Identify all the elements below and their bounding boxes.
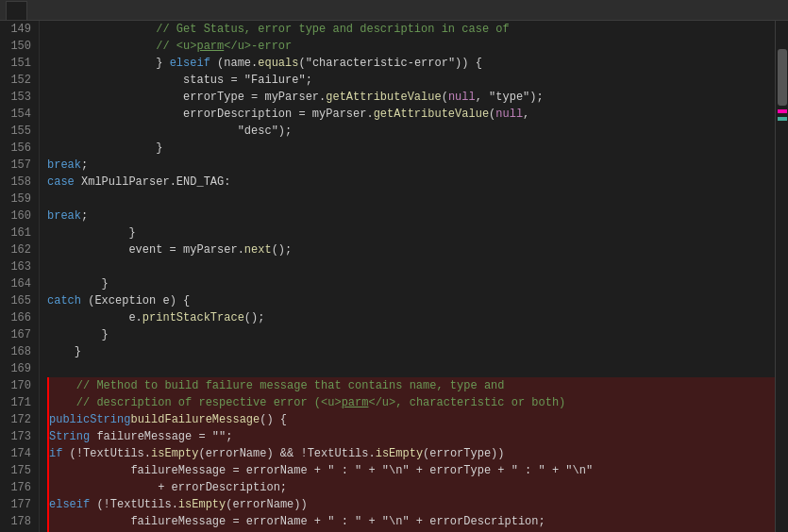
code-line: }: [47, 224, 775, 241]
title-bar: [0, 0, 788, 21]
window-controls: [752, 4, 782, 17]
code-line: e.printStackTrace();: [47, 309, 775, 326]
maximize-button[interactable]: [769, 4, 782, 17]
code-line: else if (!TextUtils.isEmpty(errorName)): [47, 496, 775, 513]
line-number: 173: [8, 428, 31, 445]
code-line: [47, 258, 775, 275]
code-line: // Method to build failure message that …: [47, 377, 775, 394]
line-number: 175: [8, 462, 31, 479]
line-number: 168: [8, 343, 31, 360]
line-number: 160: [8, 208, 31, 224]
line-number: 163: [8, 258, 31, 275]
minimize-button[interactable]: [752, 4, 765, 17]
code-line: // Get Status, error type and descriptio…: [47, 21, 775, 38]
line-number: 177: [8, 496, 31, 513]
code-line: failureMessage = errorName + " : " + "\n…: [47, 513, 775, 530]
code-line: if (!TextUtils.isEmpty(errorName) && !Te…: [47, 445, 775, 462]
code-line: String failureMessage = "";: [47, 428, 775, 445]
code-line: }: [47, 140, 775, 157]
code-line: // description of respective error (<u>p…: [47, 394, 775, 411]
editor-container: 1491501511521531541551561571581591601611…: [0, 21, 788, 532]
code-line: errorDescription = myParser.getAttribute…: [47, 106, 775, 123]
code-line: catch (Exception e) {: [47, 292, 775, 309]
code-line: status = "Failure";: [47, 72, 775, 89]
line-number: 149: [8, 21, 31, 38]
code-line: break;: [47, 208, 775, 224]
code-line: "desc");: [47, 123, 775, 140]
line-number: 178: [8, 513, 31, 530]
line-numbers: 1491501511521531541551561571581591601611…: [0, 21, 40, 532]
line-number: 169: [8, 360, 31, 377]
code-line: [47, 191, 775, 208]
code-line: [47, 360, 775, 377]
line-number: 170: [8, 377, 31, 394]
code-line: } else if (name.equals("characteristic-e…: [47, 55, 775, 72]
code-line: event = myParser.next();: [47, 241, 775, 258]
code-line: failureMessage = errorName + " : " + "\n…: [47, 462, 775, 479]
line-number: 158: [8, 174, 31, 191]
code-line: // <u>parm</u>-error: [47, 38, 775, 55]
line-number: 153: [8, 89, 31, 106]
vertical-scrollbar[interactable]: [775, 21, 788, 532]
code-line: }: [47, 326, 775, 343]
code-line: case XmlPullParser.END_TAG:: [47, 174, 775, 191]
line-number: 152: [8, 72, 31, 89]
line-number: 172: [8, 411, 31, 428]
scroll-thumb[interactable]: [778, 49, 787, 106]
line-number: 167: [8, 326, 31, 343]
line-number: 164: [8, 275, 31, 292]
code-line: + errorDescription;: [47, 479, 775, 496]
line-number: 176: [8, 479, 31, 496]
line-number: 151: [8, 55, 31, 72]
line-number: 156: [8, 140, 31, 157]
code-line: errorType = myParser.getAttributeValue(n…: [47, 89, 775, 106]
line-number: 161: [8, 224, 31, 241]
line-number: 174: [8, 445, 31, 462]
code-line: }: [47, 343, 775, 360]
line-number: 162: [8, 241, 31, 258]
code-area[interactable]: // Get Status, error type and descriptio…: [40, 21, 775, 532]
line-number: 155: [8, 123, 31, 140]
code-line: public String buildFailureMessage() {: [47, 411, 775, 428]
scroll-marker-1: [778, 109, 787, 113]
code-line: break;: [47, 157, 775, 174]
line-number: 154: [8, 106, 31, 123]
line-number: 150: [8, 38, 31, 55]
code-line: }: [47, 275, 775, 292]
line-number: 165: [8, 292, 31, 309]
line-number: 166: [8, 309, 31, 326]
scroll-marker-2: [778, 117, 787, 121]
line-number: 159: [8, 191, 31, 208]
line-number: 171: [8, 394, 31, 411]
line-number: 157: [8, 157, 31, 174]
file-tab[interactable]: [6, 1, 27, 20]
